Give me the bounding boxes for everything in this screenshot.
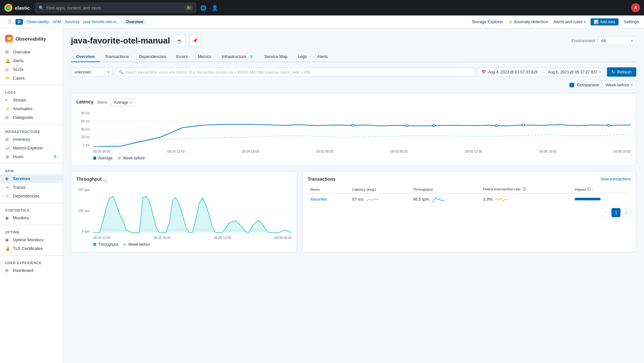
transaction-type-dropdown[interactable]: unknown ▾ bbox=[71, 67, 113, 77]
tab-overview[interactable]: Overview bbox=[71, 52, 100, 62]
sidebar-item-stream[interactable]: ≡ Stream bbox=[0, 96, 63, 104]
elastic-logo[interactable]: elastic bbox=[4, 3, 30, 12]
add-data-button[interactable]: 📊 Add data bbox=[591, 18, 619, 25]
dependencies-icon: ⤢ bbox=[5, 194, 10, 198]
tab-errors[interactable]: Errors bbox=[171, 52, 193, 62]
storage-explorer-link[interactable]: Storage Explorer bbox=[472, 19, 503, 24]
sidebar-divider-2 bbox=[0, 124, 63, 125]
txn-name-link[interactable]: /favorites bbox=[310, 197, 327, 202]
anomaly-detection-link[interactable]: ⚙ Anomaly detection bbox=[508, 19, 548, 24]
sidebar-item-dependencies[interactable]: ⤢ Dependencies bbox=[0, 192, 63, 200]
tab-metrics[interactable]: Metrics bbox=[193, 52, 216, 62]
global-search-bar[interactable]: 🔍 Find apps, content, and more. ⌘/ bbox=[35, 3, 196, 13]
alerts-rules-link[interactable]: Alerts and rules ▾ bbox=[553, 19, 585, 24]
sidebar-divider-6 bbox=[0, 255, 63, 256]
tab-transactions[interactable]: Transactions bbox=[100, 52, 134, 62]
latency-sparkline bbox=[366, 196, 379, 203]
sidebar-item-metrics-explorer[interactable]: 📈 Metrics Explorer bbox=[0, 144, 63, 152]
svg-point-0 bbox=[5, 4, 13, 12]
top-navigation-bar: elastic 🔍 Find apps, content, and more. … bbox=[0, 0, 644, 15]
x-label-2: 08-04 18:00 bbox=[242, 150, 259, 153]
next-page-button[interactable]: › bbox=[622, 208, 631, 217]
page-1-button[interactable]: 1 bbox=[611, 208, 620, 217]
tab-dependencies[interactable]: Dependencies bbox=[134, 52, 171, 62]
sidebar-item-monitors[interactable]: ◉ Monitors bbox=[0, 214, 63, 222]
x-label-1: 08-04 12:00 bbox=[168, 150, 185, 153]
metric-value-dropdown[interactable]: Average ▾ bbox=[111, 99, 135, 106]
sidebar: Observability ⊞ Overview 🔔 Alerts ◎ SLOs… bbox=[0, 28, 63, 363]
x-label-6: 08-05 18:00 bbox=[539, 150, 556, 153]
sidebar-brand-label: Observability bbox=[15, 36, 46, 42]
svg-marker-23 bbox=[93, 196, 292, 233]
avatar[interactable]: A bbox=[631, 3, 640, 12]
sidebar-brand: Observability bbox=[0, 32, 63, 48]
tab-logs[interactable]: Logs bbox=[293, 52, 312, 62]
environment-dropdown[interactable]: All ▾ bbox=[598, 36, 636, 45]
sidebar-item-tls[interactable]: 🔒 TLS Certificates bbox=[0, 244, 63, 253]
tab-infrastructure[interactable]: Infrastructure β bbox=[216, 52, 259, 62]
tpm-0: 0 tpm bbox=[82, 230, 90, 233]
latency-panel: Latency Metric Average ▾ 80 ms 60 ms 40 … bbox=[71, 93, 636, 166]
impact-info-icon[interactable]: ⓘ bbox=[587, 187, 591, 192]
sidebar-item-overview[interactable]: ⊞ Overview bbox=[0, 48, 63, 56]
tab-alerts[interactable]: Alerts bbox=[312, 52, 333, 62]
breadcrumb-observability[interactable]: Observability bbox=[26, 20, 49, 24]
filter-search-field[interactable]: 🔍 Search transactions, errors and metric… bbox=[115, 68, 475, 77]
table-header-row: Name Latency (avg.) Throughput Failed tr… bbox=[308, 186, 631, 193]
sidebar-item-slos[interactable]: ◎ SLOs bbox=[0, 65, 63, 74]
java-icon[interactable]: ☕ bbox=[174, 35, 186, 46]
refresh-button[interactable]: ↻ Refresh bbox=[607, 67, 636, 77]
breadcrumb-services[interactable]: Services bbox=[65, 20, 80, 24]
sidebar-item-anomalies[interactable]: ⚡ Anomalies bbox=[0, 104, 63, 113]
comparison-period-dropdown[interactable]: Week before ▾ bbox=[602, 81, 636, 89]
page-header: java-favorite-otel-manual ☕ 📌 Environmen… bbox=[71, 35, 636, 46]
sidebar-brand-icon bbox=[5, 35, 13, 43]
pin-icon[interactable]: 📌 bbox=[189, 35, 201, 46]
impact-bar bbox=[575, 198, 601, 200]
sidebar-item-categories[interactable]: ⊟ Categories bbox=[0, 113, 63, 122]
col-name: Name bbox=[308, 186, 350, 193]
prev-page-button[interactable]: ‹ bbox=[601, 208, 610, 217]
latency-title: Latency bbox=[76, 99, 93, 104]
impact-sort-icon[interactable]: ↓ bbox=[591, 187, 593, 191]
breadcrumb-sep-4: › bbox=[81, 20, 82, 24]
breadcrumb-d[interactable]: D bbox=[15, 19, 23, 25]
throughput-info-icon[interactable]: ⓘ bbox=[104, 179, 107, 184]
txn-name-cell: /favorites bbox=[308, 193, 350, 205]
stream-icon: ≡ bbox=[5, 98, 10, 102]
sidebar-item-dashboard[interactable]: ⊞ Dashboard bbox=[0, 266, 63, 275]
comparison-period-label: Week before bbox=[606, 82, 629, 87]
failed-rate-sparkline bbox=[495, 196, 508, 203]
transactions-table: Name Latency (avg.) Throughput Failed tr… bbox=[308, 186, 631, 205]
sidebar-item-inventory[interactable]: ⊞ Inventory bbox=[0, 135, 63, 144]
breadcrumb-apm[interactable]: APM bbox=[53, 20, 61, 24]
monitors-icon: ◉ bbox=[5, 215, 10, 220]
globe-icon-button[interactable]: 🌐 bbox=[199, 3, 208, 12]
svg-point-17 bbox=[495, 125, 498, 127]
anomaly-icon: ⚙ bbox=[508, 19, 513, 24]
view-transactions-link[interactable]: View transactions bbox=[601, 177, 631, 181]
sidebar-item-cases[interactable]: 📁 Cases bbox=[0, 74, 63, 82]
failed-rate-info-icon[interactable]: ⓘ bbox=[523, 187, 526, 191]
throughput-x-axis: 08-04 12:00 08-05 00:00 08-05 12:00 08-0… bbox=[93, 236, 292, 240]
settings-link[interactable]: Settings bbox=[624, 19, 639, 24]
sidebar-item-uptime-monitors[interactable]: ◉ Uptime Monitors bbox=[0, 235, 63, 244]
legend-throughput-week-before: Week before bbox=[123, 242, 150, 247]
comparison-checkbox[interactable]: ✓ bbox=[570, 83, 574, 87]
breadcrumb-service-name[interactable]: java-favorite-otel-m... bbox=[83, 20, 120, 24]
throughput-sparkline bbox=[432, 196, 445, 203]
date-range-picker[interactable]: 📅 Aug 4, 2023 @ 01:07:33.826 → Aug 6, 20… bbox=[478, 68, 604, 77]
sidebar-item-hosts[interactable]: 🖥 Hosts β bbox=[0, 152, 63, 161]
sidebar-item-services[interactable]: ◈ Services bbox=[0, 174, 63, 183]
tls-icon: 🔒 bbox=[5, 246, 10, 251]
sidebar-item-traces[interactable]: ↝ Traces bbox=[0, 183, 63, 192]
date-to: Aug 6, 2023 @ 05:37:27.837 bbox=[548, 70, 598, 74]
transactions-panel: Transactions View transactions Name Late… bbox=[302, 171, 636, 252]
alerts-chevron-icon: ▾ bbox=[584, 20, 585, 24]
sidebar-section-logs: Logs bbox=[0, 88, 63, 96]
user-icon-button[interactable]: 👤 bbox=[210, 3, 219, 12]
tab-service-map[interactable]: Service Map bbox=[259, 52, 293, 62]
menu-button[interactable]: ☰ bbox=[5, 17, 14, 26]
legend-throughput: Throughput bbox=[93, 242, 118, 247]
sidebar-item-alerts[interactable]: 🔔 Alerts bbox=[0, 56, 63, 65]
